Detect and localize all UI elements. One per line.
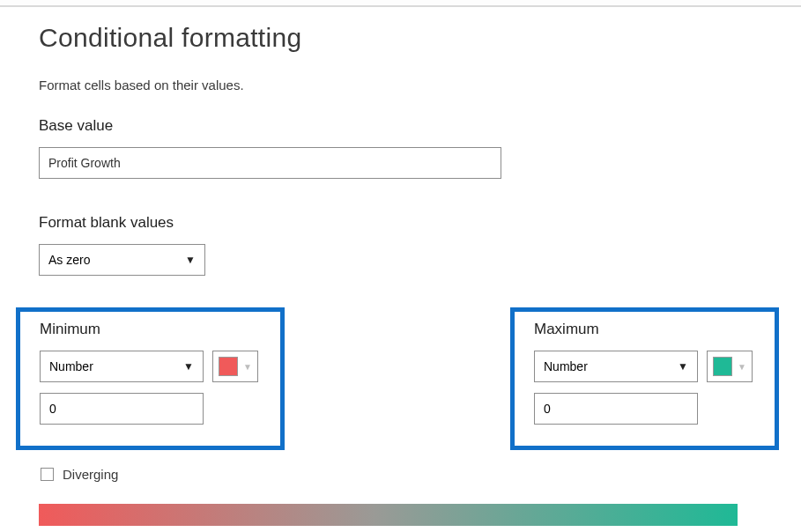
maximum-color-picker[interactable]: ▼ bbox=[707, 351, 753, 382]
conditional-formatting-dialog: Conditional formatting Format cells base… bbox=[0, 5, 801, 532]
dialog-title: Conditional formatting bbox=[39, 23, 762, 53]
diverging-row: Diverging bbox=[39, 467, 118, 482]
maximum-type-selected: Number bbox=[544, 359, 588, 373]
base-value-label: Base value bbox=[39, 117, 762, 135]
chevron-down-icon: ▼ bbox=[243, 362, 252, 372]
minimum-label: Minimum bbox=[40, 321, 261, 338]
maximum-label: Maximum bbox=[534, 321, 755, 338]
minimum-value-input[interactable] bbox=[40, 393, 204, 425]
maximum-value-input[interactable] bbox=[534, 393, 698, 425]
diverging-checkbox[interactable] bbox=[41, 468, 54, 481]
minimum-color-picker[interactable]: ▼ bbox=[212, 351, 258, 382]
gradient-preview-bar bbox=[39, 504, 738, 526]
format-blank-label: Format blank values bbox=[39, 214, 762, 232]
chevron-down-icon: ▼ bbox=[185, 254, 196, 266]
minimum-type-selected: Number bbox=[49, 359, 93, 373]
format-blank-selected: As zero bbox=[48, 253, 90, 267]
chevron-down-icon: ▼ bbox=[738, 362, 746, 372]
chevron-down-icon: ▼ bbox=[183, 360, 194, 373]
maximum-type-select[interactable]: Number ▼ bbox=[534, 351, 698, 382]
maximum-highlight-box: Maximum Number ▼ ▼ bbox=[510, 307, 779, 450]
chevron-down-icon: ▼ bbox=[678, 360, 688, 373]
maximum-color-swatch bbox=[713, 357, 732, 376]
minimum-highlight-box: Minimum Number ▼ ▼ bbox=[16, 307, 285, 450]
base-value-input[interactable] bbox=[39, 147, 501, 179]
dialog-description: Format cells based on their values. bbox=[39, 78, 762, 92]
minimum-type-select[interactable]: Number ▼ bbox=[40, 351, 204, 382]
minimum-color-swatch bbox=[219, 357, 238, 376]
format-blank-select[interactable]: As zero ▼ bbox=[39, 244, 205, 276]
diverging-label: Diverging bbox=[63, 467, 118, 482]
